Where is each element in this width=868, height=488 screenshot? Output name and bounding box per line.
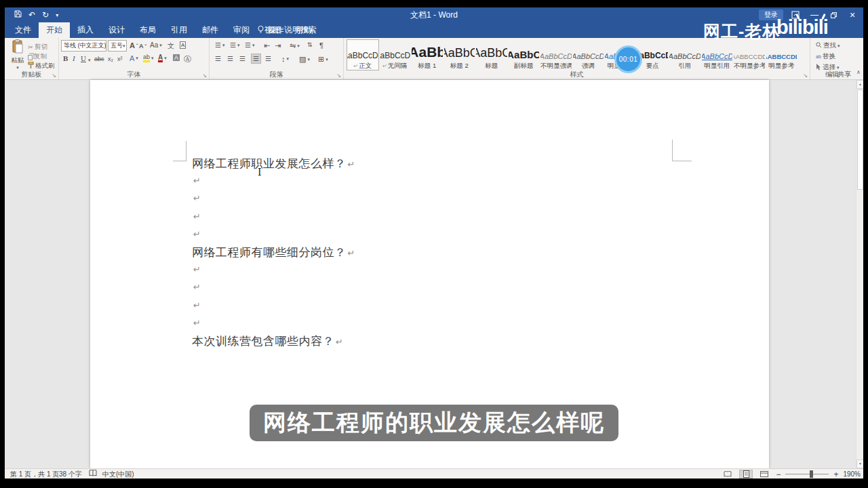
bold-button[interactable]: B xyxy=(63,54,68,62)
web-layout-button[interactable] xyxy=(757,470,771,479)
ribbon-tab[interactable]: 邮件 xyxy=(195,22,226,38)
paragraph-dialog-launcher-icon[interactable]: ↘ xyxy=(336,73,341,79)
language-indicator[interactable]: 中文(中国) xyxy=(102,470,134,479)
distributed-icon: ☰ xyxy=(265,55,271,62)
font-size-combo[interactable]: 五号▾ xyxy=(108,40,127,52)
page-indicator[interactable]: 第 1 页，共 1 页 xyxy=(10,470,59,479)
decrease-indent-button[interactable]: ⇤ xyxy=(264,41,270,50)
underline-dropdown-icon[interactable]: ▾ xyxy=(88,58,91,63)
bullet-list-icon: ☰ xyxy=(215,41,221,49)
replace-button[interactable]: ab 替换 xyxy=(816,52,835,61)
style-item[interactable]: AaBbCcD ↵强调 xyxy=(572,39,605,70)
style-item[interactable]: AaBbCcD ↵明显引用 xyxy=(701,39,734,70)
style-preview: AaBbC xyxy=(444,41,475,60)
style-item[interactable]: AABBCCDD ↵不明显参考 xyxy=(733,39,766,70)
word-count[interactable]: 38 个字 xyxy=(59,470,82,479)
document-line: ↵ xyxy=(192,262,355,280)
style-item[interactable]: AaBbCcD ↵引用 xyxy=(669,39,701,70)
enclose-characters-button[interactable]: Ⓐ xyxy=(184,54,191,64)
clipboard-group-label: 剪贴板 xyxy=(5,70,58,79)
replace-icon: ab xyxy=(816,54,821,59)
line-spacing-button[interactable]: ↕▾ xyxy=(281,55,289,63)
shading-button[interactable]: ▨▾ xyxy=(299,55,310,64)
multilevel-list-button[interactable]: ☰▾ xyxy=(245,41,254,49)
strikethrough-button[interactable]: abc xyxy=(94,56,104,62)
character-border-icon: A xyxy=(180,41,186,49)
character-border-button[interactable]: A xyxy=(180,41,186,49)
scrollbar-down-arrow[interactable]: ▾ xyxy=(856,460,863,468)
character-shading-button[interactable]: A xyxy=(173,54,180,61)
print-layout-button[interactable] xyxy=(739,470,753,479)
ribbon-tab[interactable]: 布局 xyxy=(132,22,163,38)
zoom-in-button[interactable]: + xyxy=(833,470,838,479)
copy-button[interactable]: 复制 xyxy=(28,52,47,61)
numbered-list-button[interactable]: ☰▾ xyxy=(230,41,239,49)
read-mode-button[interactable] xyxy=(721,470,734,479)
change-case-button[interactable]: Aa▾ xyxy=(150,41,162,49)
ribbon-tab[interactable]: 开始 xyxy=(39,22,70,38)
tell-me-search[interactable]: 操作说明搜索 xyxy=(248,22,317,38)
align-center-button[interactable]: ☰ xyxy=(227,55,233,62)
align-left-button[interactable]: ☰ xyxy=(215,55,221,62)
font-color-button[interactable]: A▾ xyxy=(158,54,167,62)
subscript-button[interactable]: x₂ xyxy=(108,56,113,62)
scrollbar-up-arrow[interactable]: ▴ xyxy=(856,80,863,89)
ribbon-tab[interactable]: 引用 xyxy=(163,22,195,38)
sort-button[interactable]: ⇅ xyxy=(307,41,313,48)
ribbon-tab[interactable]: 文件 xyxy=(7,22,39,38)
highlight-color-button[interactable]: ab▾ xyxy=(143,54,154,62)
zoom-slider[interactable] xyxy=(785,474,829,474)
proofing-status-icon[interactable] xyxy=(89,470,97,479)
styles-dialog-launcher-icon[interactable]: ↘ xyxy=(803,73,808,79)
show-hide-marks-button[interactable]: ¶ xyxy=(319,41,323,49)
character-shading-icon: A xyxy=(173,54,180,61)
increase-indent-icon: ⇥ xyxy=(275,41,281,50)
style-preview: AaBbCcD xyxy=(669,41,701,60)
style-item[interactable]: AaBbC ↵标题 2 xyxy=(443,39,476,70)
style-item[interactable]: AaBbC ↵副标题 xyxy=(508,39,540,70)
document-line: ↵ xyxy=(192,209,355,227)
video-subtitle: 网络工程师的职业发展怎么样呢 xyxy=(250,405,618,441)
increase-indent-button[interactable]: ⇥ xyxy=(275,41,281,50)
multilevel-list-icon: ☰ xyxy=(245,41,251,49)
zoom-level[interactable]: 190% xyxy=(843,470,861,478)
text-effects-button[interactable]: A▾ xyxy=(130,54,138,62)
collapse-ribbon-icon[interactable]: ∧ xyxy=(856,69,861,75)
shrink-font-button[interactable]: Aˇ xyxy=(139,43,146,49)
style-item[interactable]: AABBCCDD ↵明显参考 xyxy=(766,39,798,70)
zoom-out-button[interactable]: − xyxy=(776,470,781,479)
style-item[interactable]: AaBb ↵标题 1 xyxy=(411,39,443,70)
phonetic-guide-button[interactable]: 文 xyxy=(167,41,174,51)
share-button[interactable]: 共享 xyxy=(837,70,851,79)
asian-layout-button[interactable]: ⇋▾ xyxy=(290,41,300,50)
zoom-slider-thumb[interactable] xyxy=(810,470,813,478)
style-item[interactable]: AaBbCcD ↵不明显强调 xyxy=(540,39,572,70)
numbered-list-icon: ☰ xyxy=(230,41,236,49)
clipboard-dialog-launcher-icon[interactable]: ↘ xyxy=(52,73,56,79)
scrollbar-thumb[interactable] xyxy=(857,89,863,190)
superscript-button[interactable]: x² xyxy=(117,56,123,62)
bullet-list-button[interactable]: ☰▾ xyxy=(215,41,224,49)
font-dialog-launcher-icon[interactable]: ↘ xyxy=(202,73,207,79)
font-name-combo[interactable]: 等线 (中文正文)▾ xyxy=(61,40,106,52)
vertical-scrollbar[interactable]: ▴ ▾ xyxy=(856,80,863,468)
cut-button[interactable]: ✂ 剪切 xyxy=(28,43,47,52)
ribbon-tab[interactable]: 设计 xyxy=(101,22,132,38)
justify-button[interactable]: ☰ xyxy=(251,54,261,64)
style-item[interactable]: AaBbCcDd ↵无间隔 xyxy=(379,39,412,70)
borders-button[interactable]: ⊞▾ xyxy=(318,55,328,64)
style-preview: AaBb xyxy=(412,41,443,60)
underline-button[interactable]: U xyxy=(81,54,86,62)
document-line: 本次训练营包含哪些内容？↵ xyxy=(192,333,355,351)
align-right-button[interactable]: ☰ xyxy=(239,55,245,62)
document-line: ↵ xyxy=(192,298,355,316)
style-item[interactable]: AaBbCcDd ↵正文 xyxy=(347,39,379,70)
style-item[interactable]: AaBbC ↵标题 xyxy=(475,39,508,70)
close-button[interactable]: × xyxy=(843,7,862,22)
distributed-button[interactable]: ☰ xyxy=(265,55,271,62)
find-button[interactable]: 查找▾ xyxy=(816,41,840,50)
paste-button[interactable]: 粘贴 ▾ xyxy=(8,39,27,70)
ribbon-tab[interactable]: 插入 xyxy=(70,22,101,38)
grow-font-button[interactable]: Aˆ xyxy=(130,41,138,49)
italic-button[interactable]: I xyxy=(73,54,75,62)
